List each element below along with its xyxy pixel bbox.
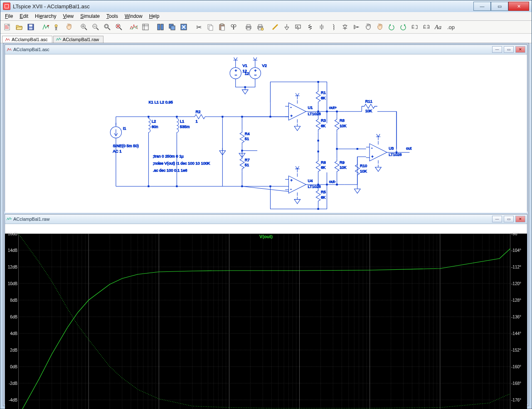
schematic-close-button[interactable]: ✕ (515, 46, 525, 53)
titlebar[interactable]: LTspice XVII - ACclampBal1.asc — ▭ ✕ (0, 0, 532, 12)
tile-button[interactable] (155, 22, 166, 32)
menu-view[interactable]: View (60, 13, 76, 20)
close-window-button[interactable] (178, 22, 189, 32)
zoom-fit-button[interactable] (102, 22, 113, 32)
svg-text:L1: L1 (180, 119, 184, 123)
setup-button[interactable] (140, 22, 151, 32)
resistor-button[interactable] (305, 22, 315, 32)
svg-text:.ac dec 100 0.1 1e6: .ac dec 100 0.1 1e6 (153, 168, 187, 172)
new-schematic-button[interactable] (2, 22, 13, 32)
schematic-title: ACclampBal1.asc (13, 47, 490, 52)
waveform-window[interactable]: ACclampBal1.raw — ▭ ✕ V(out) 16dB14dB12d… (5, 214, 527, 404)
rotate-button[interactable]: Ê (409, 22, 420, 32)
menu-simulate[interactable]: Simulate (77, 13, 103, 20)
undo-button[interactable] (386, 22, 397, 32)
svg-text:I1: I1 (123, 126, 126, 131)
waveform-min-button[interactable]: — (492, 216, 502, 222)
inductor-button[interactable] (328, 22, 339, 32)
mirror-button[interactable]: ÊÊ (421, 22, 432, 32)
tab-schematic[interactable]: ACclampBal1.asc (2, 36, 52, 43)
minimize-button[interactable]: — (473, 2, 491, 11)
window-title: LTspice XVII - ACclampBal1.asc (13, 3, 473, 10)
svg-text:out+: out+ (329, 105, 337, 110)
zoom-out-button[interactable] (90, 22, 101, 32)
svg-text:Ê: Ê (411, 25, 414, 30)
waveform-max-button[interactable]: ▭ (504, 216, 514, 222)
move-button[interactable] (363, 22, 374, 32)
svg-text:51: 51 (245, 163, 249, 167)
autorange-button[interactable] (128, 22, 139, 32)
app-icon (3, 2, 10, 10)
svg-text:10K: 10K (340, 123, 347, 128)
menubar: File Edit Hierarchy View Simulate Tools … (0, 12, 532, 21)
cascade-button[interactable] (167, 22, 177, 32)
redo-button[interactable] (398, 22, 409, 32)
menu-hierarchy[interactable]: Hierarchy (32, 13, 59, 20)
maximize-button[interactable]: ▭ (491, 2, 508, 11)
diode-button[interactable] (340, 22, 350, 32)
svg-text:R3: R3 (321, 118, 326, 123)
menu-help[interactable]: Help (146, 13, 163, 20)
svg-text:out-: out- (329, 179, 336, 184)
svg-text:R9: R9 (340, 160, 345, 165)
svg-text:R5: R5 (321, 190, 326, 194)
close-button[interactable]: ✕ (508, 2, 529, 11)
waveform-close-button[interactable]: ✕ (515, 216, 525, 222)
spice-directive-button[interactable]: .op (444, 22, 458, 32)
label-net-button[interactable]: A (293, 22, 304, 32)
schematic-titlebar[interactable]: ACclampBal1.asc — ▭ ✕ (5, 45, 527, 54)
halt-button[interactable] (52, 22, 63, 32)
tab-waveform[interactable]: ACclampBal1.raw (53, 36, 103, 43)
svg-text:R11: R11 (365, 99, 372, 103)
svg-text:LT1028: LT1028 (389, 152, 401, 157)
ground-button[interactable] (281, 22, 292, 32)
save-button[interactable] (25, 22, 36, 32)
capacitor-button[interactable] (316, 22, 327, 32)
cut-button[interactable]: ✂ (193, 22, 204, 32)
svg-text:6K: 6K (321, 195, 326, 200)
svg-text:V2: V2 (262, 63, 267, 68)
zoom-back-button[interactable] (113, 22, 124, 32)
app-window: LTspice XVII - ACclampBal1.asc — ▭ ✕ Fil… (0, 0, 532, 409)
component-button[interactable] (351, 22, 362, 32)
run-button[interactable] (40, 22, 51, 32)
schematic-window[interactable]: ACclampBal1.asc — ▭ ✕ I1SINE(0 5m 50)AC … (5, 44, 527, 212)
menu-window[interactable]: Window (122, 13, 145, 20)
open-button[interactable] (14, 22, 25, 32)
menu-file[interactable]: File (2, 13, 16, 20)
svg-text:10K: 10K (365, 108, 372, 113)
svg-line-10 (96, 28, 99, 30)
svg-rect-20 (158, 24, 160, 30)
plot-area[interactable] (18, 234, 510, 409)
drag-button[interactable] (374, 22, 385, 32)
menu-tools[interactable]: Tools (103, 13, 121, 20)
pan-button[interactable] (64, 22, 74, 32)
menu-edit[interactable]: Edit (17, 13, 31, 20)
schematic-max-button[interactable]: ▭ (504, 46, 514, 53)
svg-text:R7: R7 (245, 158, 250, 162)
print-setup-button[interactable] (255, 22, 266, 32)
paste-button[interactable] (217, 22, 227, 32)
tab-schematic-label: ACclampBal1.asc (12, 37, 48, 42)
svg-text:+: + (291, 178, 293, 182)
svg-rect-19 (143, 24, 148, 30)
draw-wire-button[interactable] (270, 22, 281, 32)
schematic-min-button[interactable]: — (492, 46, 502, 53)
svg-text:L2: L2 (152, 119, 156, 123)
waveform-titlebar[interactable]: ACclampBal1.raw — ▭ ✕ (5, 214, 527, 224)
svg-line-13 (108, 28, 110, 30)
find-button[interactable] (228, 22, 239, 32)
svg-rect-40 (259, 25, 262, 26)
svg-rect-86 (244, 86, 246, 88)
plot-canvas[interactable]: V(out) 16dB14dB12dB10dB8dB6dB4dB2dB0dB-2… (5, 234, 527, 409)
svg-text:12: 12 (245, 71, 249, 76)
print-button[interactable] (243, 22, 254, 32)
svg-text:R10: R10 (360, 163, 367, 168)
zoom-in-button[interactable] (79, 22, 89, 32)
svg-text:U4: U4 (308, 178, 313, 183)
schematic-canvas[interactable]: I1SINE(0 5m 50)AC 1L260nL1535mK1 L1 L2 0… (5, 54, 527, 221)
svg-line-16 (120, 28, 122, 30)
copy-button[interactable] (205, 22, 216, 32)
svg-text:+: + (235, 68, 237, 73)
text-button[interactable]: Aa (433, 22, 443, 32)
